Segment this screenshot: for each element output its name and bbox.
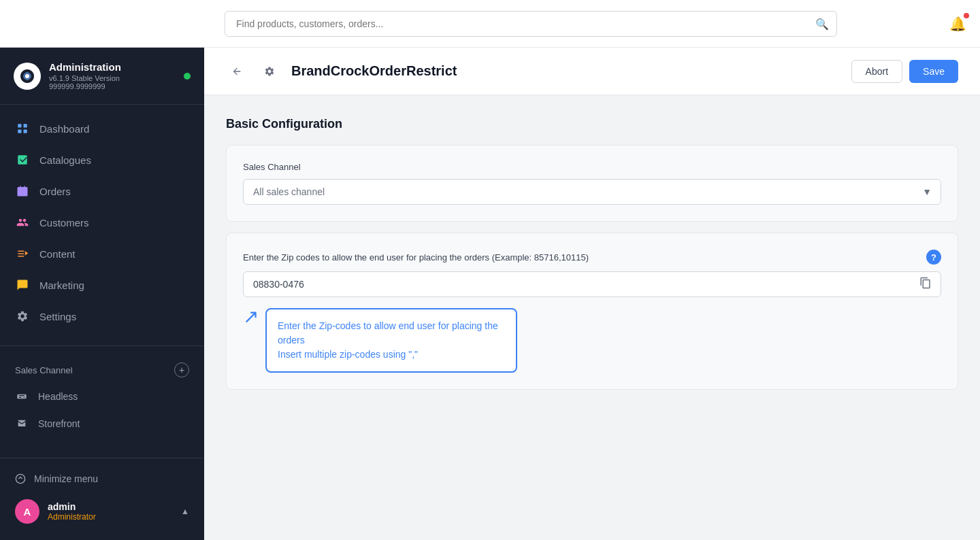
save-button[interactable]: Save <box>909 60 958 83</box>
marketing-icon <box>15 277 30 292</box>
svg-point-0 <box>25 74 29 78</box>
brand-name: Administration <box>49 61 176 73</box>
sales-channel-card: Sales Channel All sales channel ▼ <box>226 145 958 222</box>
abort-button[interactable]: Abort <box>851 60 902 83</box>
help-icon[interactable]: ? <box>926 250 941 265</box>
sales-channel-header: Sales Channel + <box>0 352 204 383</box>
minimize-menu-button[interactable]: Minimize menu <box>0 467 204 491</box>
tooltip-arrow-icon: ↗ <box>243 305 259 328</box>
sidebar-item-label-settings: Settings <box>39 311 76 322</box>
user-info: admin Administrator <box>48 501 173 522</box>
sidebar-item-label-customers: Customers <box>39 217 89 229</box>
svg-rect-3 <box>18 130 21 133</box>
back-button[interactable] <box>226 61 248 82</box>
search-icon: 🔍 <box>815 17 829 30</box>
notification-badge <box>964 13 969 18</box>
chevron-up-icon: ▲ <box>181 507 189 516</box>
zip-code-input[interactable] <box>243 271 941 297</box>
sidebar-brand: Administration v6.1.9 Stable Version 999… <box>0 48 204 105</box>
content-area: Basic Configuration Sales Channel All sa… <box>204 95 980 540</box>
tooltip-container: ↗ Enter the Zip-codes to allow end user … <box>243 308 941 373</box>
sidebar-item-dashboard[interactable]: Dashboard <box>0 113 204 144</box>
headless-icon <box>15 390 29 403</box>
sidebar-item-label-orders: Orders <box>39 186 71 197</box>
search-container: 🔍 <box>225 11 837 37</box>
catalogues-icon <box>15 152 30 167</box>
sidebar-item-label-marketing: Marketing <box>39 280 84 291</box>
sidebar-item-headless[interactable]: Headless <box>0 383 204 410</box>
sidebar-item-catalogues[interactable]: Catalogues <box>0 144 204 175</box>
sidebar-item-label-headless: Headless <box>38 391 78 402</box>
sidebar-item-label-catalogues: Catalogues <box>39 154 91 166</box>
storefront-icon <box>15 417 29 431</box>
tooltip-box: Enter the Zip-codes to allow end user fo… <box>265 308 517 373</box>
zip-field-label: Enter the Zip codes to allow the end use… <box>243 252 589 263</box>
copy-button[interactable] <box>917 274 934 294</box>
svg-rect-4 <box>24 130 27 133</box>
sidebar-item-storefront[interactable]: Storefront <box>0 410 204 437</box>
sidebar-item-marketing[interactable]: Marketing <box>0 269 204 301</box>
sidebar-item-label-content: Content <box>39 248 76 260</box>
customers-icon <box>15 215 30 230</box>
brand-version: v6.1.9 Stable Version 999999.9999999 <box>49 74 176 90</box>
dashboard-icon <box>15 121 30 136</box>
top-bar-actions: 🔔 <box>949 16 966 32</box>
sidebar-item-label-storefront: Storefront <box>38 418 80 429</box>
user-role: Administrator <box>48 512 173 522</box>
orders-icon <box>15 184 30 199</box>
nav-section: Dashboard Catalogues Orders Customers <box>0 105 204 340</box>
main-content: BrandCrockOrderRestrict Abort Save Basic… <box>204 48 980 540</box>
sales-channel-label: Sales Channel <box>15 365 73 375</box>
sidebar-item-customers[interactable]: Customers <box>0 207 204 238</box>
notification-icon[interactable]: 🔔 <box>949 16 966 32</box>
brand-logo <box>14 63 41 90</box>
svg-point-5 <box>16 474 24 483</box>
svg-rect-2 <box>24 124 27 127</box>
section-title: Basic Configuration <box>226 117 958 131</box>
user-name: admin <box>48 501 173 512</box>
add-channel-button[interactable]: + <box>174 362 189 377</box>
top-bar: 🔍 🔔 <box>0 0 980 48</box>
settings-gear-button[interactable] <box>259 61 280 82</box>
brand-info: Administration v6.1.9 Stable Version 999… <box>49 61 176 90</box>
tooltip-text: Enter the Zip-codes to allow end user fo… <box>278 319 505 362</box>
sidebar-item-label-dashboard: Dashboard <box>39 123 89 135</box>
content-icon <box>15 246 30 261</box>
avatar: A <box>15 499 39 524</box>
page-header: BrandCrockOrderRestrict Abort Save <box>204 48 980 95</box>
zip-input-wrapper <box>243 271 941 297</box>
page-title: BrandCrockOrderRestrict <box>291 63 840 79</box>
online-status-dot <box>184 73 191 80</box>
sidebar-item-orders[interactable]: Orders <box>0 175 204 207</box>
sales-channel-field-label: Sales Channel <box>243 162 941 172</box>
zip-label-row: Enter the Zip codes to allow the end use… <box>243 250 941 265</box>
sidebar-item-content[interactable]: Content <box>0 238 204 269</box>
sidebar-divider <box>0 345 204 346</box>
minimize-menu-label: Minimize menu <box>34 473 98 484</box>
sidebar-item-settings[interactable]: Settings <box>0 301 204 332</box>
svg-rect-1 <box>18 124 21 127</box>
zip-code-card: Enter the Zip codes to allow the end use… <box>226 233 958 390</box>
search-input[interactable] <box>225 11 837 37</box>
settings-icon <box>15 309 30 324</box>
user-section[interactable]: A admin Administrator ▲ <box>0 491 204 532</box>
sidebar: Administration v6.1.9 Stable Version 999… <box>0 48 204 540</box>
header-actions: Abort Save <box>851 60 958 83</box>
sales-channel-select-wrapper: All sales channel ▼ <box>243 179 941 205</box>
sales-channel-select[interactable]: All sales channel <box>243 179 941 205</box>
sidebar-footer: Minimize menu A admin Administrator ▲ <box>0 458 204 540</box>
